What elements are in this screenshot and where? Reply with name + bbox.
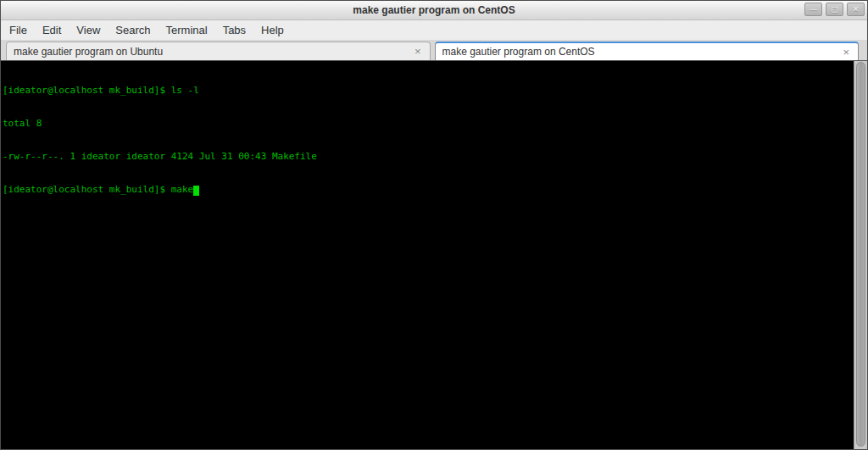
terminal-line: [ideator@localhost mk_build]$ make [3,184,852,195]
menu-view[interactable]: View [69,21,108,39]
terminal-line: [ideator@localhost mk_build]$ ls -l [3,85,852,96]
terminal-scrollbar[interactable] [854,61,867,449]
menu-terminal[interactable]: Terminal [159,21,215,39]
tab-bar: make gautier program on Ubuntu × make ga… [1,40,867,60]
tab-ubuntu-close-icon[interactable]: × [413,46,423,57]
tab-ubuntu[interactable]: make gautier program on Ubuntu × [6,42,431,60]
maximize-button[interactable]: ▢ [826,3,843,16]
terminal-line: -rw-r--r--. 1 ideator ideator 4124 Jul 3… [3,151,852,162]
terminal-window: make gautier program on CentOS — ▢ ✕ Fil… [0,0,868,450]
close-icon: ✕ [853,6,860,14]
menu-search[interactable]: Search [108,21,158,39]
terminal-output: [ideator@localhost mk_build]$ ls -l tota… [3,63,852,217]
terminal-screen[interactable]: [ideator@localhost mk_build]$ ls -l tota… [1,60,867,449]
menu-edit[interactable]: Edit [35,21,69,39]
tab-centos-close-icon[interactable]: × [841,47,851,58]
terminal-line: total 8 [3,118,852,129]
menu-tabs[interactable]: Tabs [215,21,253,39]
scrollbar-thumb[interactable] [856,62,865,447]
terminal-prompt-line: [ideator@localhost mk_build]$ make [3,184,193,195]
title-bar: make gautier program on CentOS — ▢ ✕ [1,1,867,20]
minimize-button[interactable]: — [804,3,822,16]
menu-help[interactable]: Help [253,21,292,39]
window-title: make gautier program on CentOS [353,4,515,16]
terminal-cursor [193,186,199,196]
menu-file[interactable]: File [2,21,35,39]
tab-ubuntu-label: make gautier program on Ubuntu [14,46,413,58]
tab-centos[interactable]: make gautier program on CentOS × [435,42,860,60]
tab-centos-label: make gautier program on CentOS [442,46,842,58]
maximize-icon: ▢ [831,6,838,14]
close-button[interactable]: ✕ [847,3,865,16]
menu-bar: File Edit View Search Terminal Tabs Help [1,20,867,40]
window-controls: — ▢ ✕ [804,3,865,16]
minimize-icon: — [810,6,817,14]
